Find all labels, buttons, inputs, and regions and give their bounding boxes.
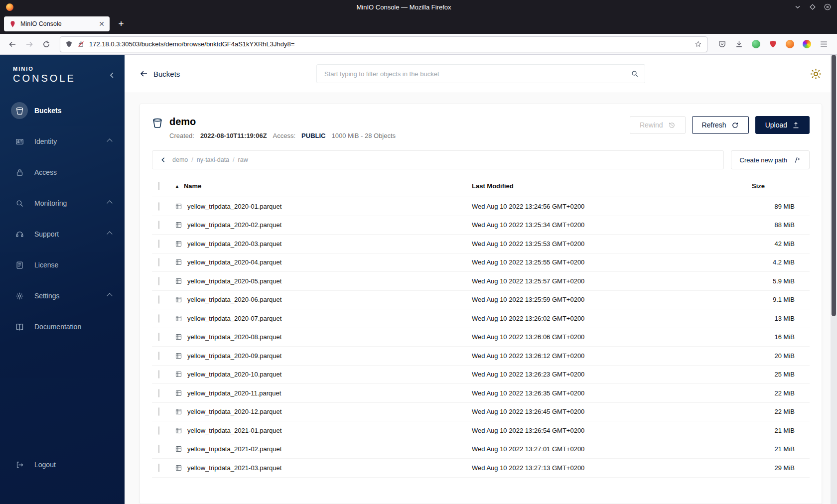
- url-text[interactable]: 172.18.0.3:30503/buckets/demo/browse/bnk…: [89, 40, 690, 48]
- object-modified: Wed Aug 10 2022 13:24:56 GMT+0200: [472, 203, 751, 210]
- object-name[interactable]: yellow_tripdata_2021-02.parquet: [187, 445, 281, 453]
- breadcrumb-item[interactable]: ny-taxi-data: [197, 156, 229, 163]
- table-row[interactable]: yellow_tripdata_2021-03.parquet Wed Aug …: [152, 459, 810, 478]
- close-button[interactable]: [824, 3, 831, 10]
- row-checkbox[interactable]: [158, 202, 159, 211]
- sidebar-item-license[interactable]: License: [0, 250, 125, 280]
- table-row[interactable]: yellow_tripdata_2020-03.parquet Wed Aug …: [152, 235, 810, 253]
- page-scrollbar[interactable]: [831, 55, 837, 504]
- object-name[interactable]: yellow_tripdata_2021-01.parquet: [187, 427, 281, 434]
- table-row[interactable]: yellow_tripdata_2020-07.parquet Wed Aug …: [152, 309, 810, 328]
- table-row[interactable]: yellow_tripdata_2020-02.parquet Wed Aug …: [152, 216, 810, 235]
- sidebar-item-monitoring[interactable]: Monitoring: [0, 188, 125, 219]
- object-name[interactable]: yellow_tripdata_2020-03.parquet: [187, 240, 281, 248]
- menu-hamburger-icon[interactable]: [818, 39, 829, 50]
- row-checkbox[interactable]: [158, 426, 159, 435]
- row-checkbox[interactable]: [158, 389, 159, 397]
- tab-close-icon[interactable]: ✕: [97, 19, 107, 29]
- row-checkbox[interactable]: [158, 314, 159, 323]
- object-name[interactable]: yellow_tripdata_2020-09.parquet: [187, 352, 281, 360]
- maximize-button[interactable]: [809, 3, 816, 10]
- back-button[interactable]: [5, 37, 20, 52]
- table-row[interactable]: yellow_tripdata_2021-02.parquet Wed Aug …: [152, 440, 810, 459]
- row-checkbox[interactable]: [158, 445, 159, 453]
- row-checkbox[interactable]: [158, 352, 159, 360]
- extension-icon-multicolor[interactable]: [801, 39, 812, 50]
- sidebar: MINIO CONSOLE Buckets: [0, 55, 125, 504]
- row-checkbox[interactable]: [158, 464, 159, 472]
- row-checkbox[interactable]: [158, 407, 159, 416]
- object-name[interactable]: yellow_tripdata_2020-10.parquet: [187, 371, 281, 378]
- reload-button[interactable]: [39, 37, 54, 52]
- extension-icon-green[interactable]: [750, 39, 761, 50]
- downloads-icon[interactable]: [733, 39, 744, 50]
- object-name[interactable]: yellow_tripdata_2020-07.parquet: [187, 315, 281, 322]
- url-bar[interactable]: 172.18.0.3:30503/buckets/demo/browse/bnk…: [60, 36, 707, 52]
- object-name[interactable]: yellow_tripdata_2020-11.parquet: [187, 389, 281, 397]
- sidebar-item-access[interactable]: Access: [0, 157, 125, 188]
- table-row[interactable]: yellow_tripdata_2020-05.parquet Wed Aug …: [152, 272, 810, 291]
- sidebar-item-identity[interactable]: Identity: [0, 126, 125, 157]
- create-new-path-button[interactable]: Create new path: [731, 150, 810, 169]
- table-row[interactable]: yellow_tripdata_2021-01.parquet Wed Aug …: [152, 421, 810, 440]
- license-document-icon: [11, 256, 28, 273]
- sidebar-item-logout[interactable]: Logout: [0, 449, 125, 480]
- table-row[interactable]: yellow_tripdata_2020-01.parquet Wed Aug …: [152, 197, 810, 216]
- row-checkbox[interactable]: [158, 240, 159, 248]
- column-header-name[interactable]: ▲ Name: [175, 182, 472, 190]
- access-lock-icon: [11, 164, 28, 181]
- pocket-icon[interactable]: [716, 39, 727, 50]
- path-back-chevron-icon[interactable]: [154, 156, 172, 164]
- row-checkbox[interactable]: [158, 258, 159, 266]
- bucket-settings-gear-icon[interactable]: [810, 68, 822, 80]
- table-row[interactable]: yellow_tripdata_2020-08.parquet Wed Aug …: [152, 328, 810, 347]
- forward-button[interactable]: [22, 37, 37, 52]
- upload-button[interactable]: Upload: [755, 116, 810, 134]
- ublock-shield-icon[interactable]: [767, 39, 778, 50]
- object-name[interactable]: yellow_tripdata_2021-03.parquet: [187, 464, 281, 472]
- sidebar-item-settings[interactable]: Settings: [0, 280, 125, 311]
- object-name[interactable]: yellow_tripdata_2020-04.parquet: [187, 258, 281, 266]
- breadcrumb-item[interactable]: demo: [172, 156, 188, 163]
- refresh-button[interactable]: Refresh: [692, 116, 749, 134]
- object-name[interactable]: yellow_tripdata_2020-08.parquet: [187, 333, 281, 341]
- object-name[interactable]: yellow_tripdata_2020-12.parquet: [187, 408, 281, 415]
- table-row[interactable]: yellow_tripdata_2020-09.parquet Wed Aug …: [152, 347, 810, 366]
- bucket-title-block: demo Created: 2022-08-10T11:19:06Z Acces…: [169, 116, 396, 139]
- sidebar-item-support[interactable]: Support: [0, 219, 125, 250]
- object-filter-input[interactable]: [316, 64, 645, 83]
- table-row[interactable]: yellow_tripdata_2020-04.parquet Wed Aug …: [152, 253, 810, 272]
- back-to-buckets-link[interactable]: Buckets: [140, 69, 180, 78]
- table-row[interactable]: yellow_tripdata_2020-12.parquet Wed Aug …: [152, 403, 810, 422]
- upload-label: Upload: [765, 121, 787, 129]
- table-row[interactable]: yellow_tripdata_2020-06.parquet Wed Aug …: [152, 291, 810, 310]
- row-checkbox[interactable]: [158, 221, 159, 229]
- row-checkbox[interactable]: [158, 277, 159, 285]
- row-checkbox[interactable]: [158, 333, 159, 341]
- object-name[interactable]: yellow_tripdata_2020-06.parquet: [187, 296, 281, 303]
- sidebar-collapse-chevron-icon[interactable]: [108, 71, 117, 82]
- select-all-checkbox[interactable]: [158, 182, 159, 190]
- minimize-button[interactable]: [794, 3, 801, 10]
- row-checkbox[interactable]: [158, 370, 159, 378]
- object-name[interactable]: yellow_tripdata_2020-05.parquet: [187, 277, 281, 285]
- insecure-lock-icon[interactable]: [77, 40, 85, 48]
- bucket-actions: Rewind Refresh Upload: [630, 116, 810, 134]
- table-row[interactable]: yellow_tripdata_2020-10.parquet Wed Aug …: [152, 366, 810, 384]
- sidebar-item-buckets[interactable]: Buckets: [0, 95, 125, 126]
- tab-minio-console[interactable]: MinIO Console ✕: [4, 16, 110, 31]
- object-modified: Wed Aug 10 2022 13:25:57 GMT+0200: [472, 277, 751, 285]
- extension-icon-orange[interactable]: [784, 39, 795, 50]
- sidebar-item-documentation[interactable]: Documentation: [0, 311, 125, 342]
- object-name[interactable]: yellow_tripdata_2020-02.parquet: [187, 221, 281, 229]
- bookmark-star-icon[interactable]: [695, 40, 702, 48]
- tracking-protection-shield-icon[interactable]: [65, 40, 73, 48]
- breadcrumb-item[interactable]: raw: [238, 156, 248, 163]
- new-tab-button[interactable]: +: [114, 16, 129, 31]
- object-name[interactable]: yellow_tripdata_2020-01.parquet: [187, 203, 281, 210]
- page-scrollbar-thumb[interactable]: [832, 55, 836, 316]
- row-checkbox[interactable]: [158, 295, 159, 304]
- titlebar: MinIO Console — Mozilla Firefox: [0, 0, 837, 14]
- table-row[interactable]: yellow_tripdata_2020-11.parquet Wed Aug …: [152, 384, 810, 403]
- rewind-button[interactable]: Rewind: [630, 116, 686, 134]
